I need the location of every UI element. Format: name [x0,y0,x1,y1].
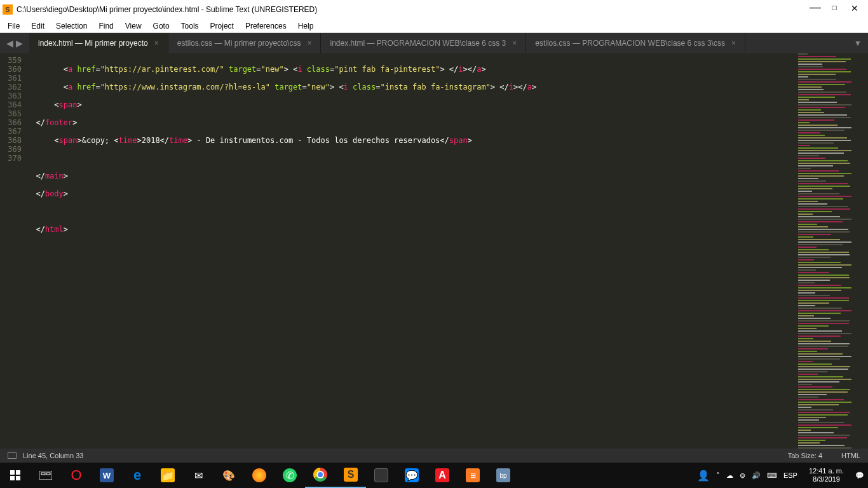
line-number-gutter: 359 360 361 362 363 364 365 366 367 368 … [0,53,27,449]
people-icon[interactable]: 👤 [697,470,710,482]
tab-label: estilos.css — Mi primer proyecto\css [177,39,301,48]
clock-date: 8/3/2019 [809,475,844,484]
whatsapp-icon[interactable]: ✆ [275,463,305,488]
tray-chevron-up-icon[interactable]: ˄ [716,471,720,480]
line-number: 362 [0,83,22,92]
menu-edit[interactable]: Edit [31,22,44,30]
status-tab-size[interactable]: Tab Size: 4 [788,452,822,459]
acrobat-icon[interactable]: A [427,463,458,488]
line-number: 370 [0,154,22,163]
menu-help[interactable]: Help [298,22,314,30]
window-title: C:\Users\diego\Desktop\Mi primer proyect… [17,5,810,14]
close-icon[interactable]: × [731,39,736,48]
menu-project[interactable]: Project [210,22,234,30]
edge-icon[interactable]: e [122,463,153,488]
line-number: 359 [0,56,22,65]
onedrive-icon[interactable]: ☁ [726,471,733,480]
line-number: 366 [0,118,22,127]
app-logo-icon: S [3,4,13,15]
menu-find[interactable]: Find [98,22,113,30]
minimize-button[interactable]: — [810,1,818,14]
tab-overflow-icon[interactable]: ▼ [848,33,868,53]
word-icon[interactable]: W [92,463,122,488]
firefox-icon[interactable] [244,463,275,488]
menu-tools[interactable]: Tools [181,22,199,30]
clock-time: 12:41 a. m. [809,467,844,475]
editor[interactable]: 359 360 361 362 363 364 365 366 367 368 … [0,53,868,449]
windows-taskbar: O W e 📁 ✉ 🎨 ✆ S 💬 A ⊞ bp 👤 ˄ ☁ ⊚ 🔊 ⌨ ESP… [0,463,868,488]
menu-file[interactable]: File [8,22,20,30]
svg-rect-0 [10,470,15,475]
sublime-icon[interactable]: S [336,463,366,488]
system-tray: 👤 ˄ ☁ ⊚ 🔊 ⌨ ESP 12:41 a. m. 8/3/2019 💬 [697,467,868,484]
statusbar: Line 45, Column 33 Tab Size: 4 HTML [0,449,868,463]
action-center-icon[interactable]: 💬 [855,471,864,480]
close-icon[interactable]: × [307,39,311,48]
close-icon[interactable]: × [512,39,517,48]
svg-rect-1 [16,470,20,475]
line-number: 363 [0,92,22,100]
chrome-icon[interactable] [305,463,336,488]
minimap[interactable] [792,53,868,449]
panel-switcher-icon[interactable] [8,452,17,459]
svg-rect-4 [39,471,52,480]
network-icon[interactable]: ⊚ [740,471,745,480]
tab-estilos-prog[interactable]: estilos.css — PROGRAMACION WEB\clase 6 c… [526,33,745,53]
taskbar-clock[interactable]: 12:41 a. m. 8/3/2019 [804,467,849,484]
task-view-icon[interactable] [31,463,61,488]
menu-selection[interactable]: Selection [56,22,87,30]
nav-back-icon[interactable]: ◀ [6,38,13,48]
tab-index-prog[interactable]: index.html — PROGRAMACION WEB\clase 6 cs… [321,33,526,53]
titlebar: S C:\Users\diego\Desktop\Mi primer proye… [0,0,868,19]
menu-view[interactable]: View [125,22,142,30]
tab-label: index.html — Mi primer proyecto [38,39,148,48]
line-number: 360 [0,65,22,74]
close-icon[interactable]: × [154,39,159,48]
line-number: 368 [0,136,22,145]
mail-icon[interactable]: ✉ [183,463,214,488]
volume-icon[interactable]: 🔊 [752,471,761,480]
tabbar: ◀ ▶ index.html — Mi primer proyecto × es… [0,33,868,53]
svg-rect-2 [10,476,15,480]
code-area[interactable]: <a href="https://ar.pinterest.com/" targ… [27,53,868,449]
nav-forward-icon[interactable]: ▶ [16,38,23,48]
close-button[interactable]: ✕ [850,3,859,17]
opera-icon[interactable]: O [61,463,92,488]
tab-label: index.html — PROGRAMACION WEB\clase 6 cs… [330,39,506,48]
explorer-icon[interactable]: 📁 [153,463,183,488]
svg-rect-5 [41,473,45,475]
app-icon-2[interactable]: bp [488,463,519,488]
line-number: 367 [0,127,22,136]
svg-rect-6 [46,473,50,475]
maximize-button[interactable]: □ [830,3,839,17]
menu-preferences[interactable]: Preferences [245,22,287,30]
messenger-icon[interactable]: 💬 [397,463,427,488]
status-cursor-position[interactable]: Line 45, Column 33 [23,452,83,459]
tab-index-primer[interactable]: index.html — Mi primer proyecto × [29,33,168,53]
line-number: 369 [0,145,22,154]
start-button[interactable] [0,463,31,488]
language-indicator[interactable]: ESP [783,471,797,479]
menubar: File Edit Selection Find View Goto Tools… [0,19,868,33]
xampp-icon[interactable]: ⊞ [458,463,488,488]
keyboard-icon[interactable]: ⌨ [767,471,777,480]
app-icon-1[interactable] [366,463,397,488]
line-number: 364 [0,100,22,109]
tab-label: estilos.css — PROGRAMACION WEB\clase 6 c… [535,39,725,48]
menu-goto[interactable]: Goto [153,22,170,30]
tab-estilos-primer[interactable]: estilos.css — Mi primer proyecto\css × [168,33,322,53]
paint-icon[interactable]: 🎨 [214,463,244,488]
svg-rect-3 [16,476,20,480]
status-syntax[interactable]: HTML [841,452,860,459]
line-number: 361 [0,74,22,83]
line-number: 365 [0,109,22,118]
